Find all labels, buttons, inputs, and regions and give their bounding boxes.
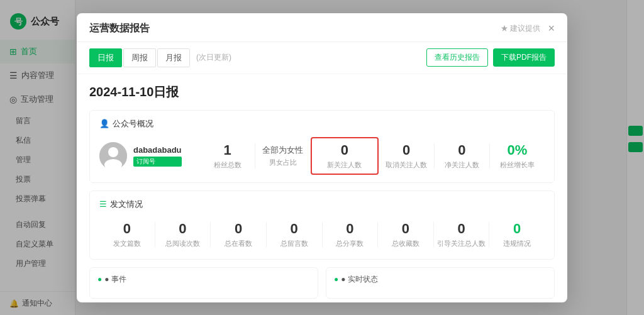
post-stat-referral: 0 引导关注总人数 xyxy=(434,221,489,248)
stat-gender: 全部为女性 男女占比 xyxy=(255,145,310,167)
events-card: ● ● 事件 xyxy=(89,267,318,299)
avatar xyxy=(99,142,127,170)
post-stat-violations-label: 违规情况 xyxy=(489,239,545,248)
stat-unfollow: 0 取消关注人数 xyxy=(379,142,434,170)
post-section: ☰ 发文情况 0 发文篇数 0 总阅读次数 0 xyxy=(89,191,555,260)
modal-suggest: ★ 建议提供 xyxy=(501,23,540,34)
stat-new-followers: 0 新关注人数 xyxy=(311,137,378,175)
stat-fans-total-value: 1 xyxy=(200,142,255,158)
account-details: dabadabadu 订阅号 xyxy=(133,145,182,167)
stat-unfollow-label: 取消关注人数 xyxy=(379,160,434,170)
account-row: dabadabadu 订阅号 1 粉丝总数 xyxy=(99,137,545,175)
modal-title: 运营数据报告 xyxy=(89,22,150,35)
tab-hint: (次日更新) xyxy=(196,52,231,63)
status-icon: ● xyxy=(334,275,338,284)
stat-unfollow-value: 0 xyxy=(379,142,434,158)
stat-fans-total: 1 粉丝总数 xyxy=(200,142,255,170)
modal-header-right: ★ 建议提供 × xyxy=(501,23,555,34)
account-name: dabadabadu xyxy=(133,145,182,155)
view-history-button[interactable]: 查看历史报告 xyxy=(426,48,488,67)
status-card: ● ● 实时状态 xyxy=(326,267,555,299)
post-stat-reads-value: 0 xyxy=(155,221,211,237)
post-stat-count-label: 发文篇数 xyxy=(99,239,155,248)
tab-monthly[interactable]: 月报 xyxy=(157,48,190,67)
post-stat-shares-label: 总分享数 xyxy=(323,239,378,248)
post-section-title: ☰ 发文情况 xyxy=(99,199,545,210)
post-stat-reads-label: 总阅读次数 xyxy=(155,239,211,248)
stat-new-followers-value: 0 xyxy=(317,142,372,158)
stat-growth-rate-label: 粉丝增长率 xyxy=(490,160,545,170)
bottom-cards: ● ● 事件 ● ● 实时状态 xyxy=(89,267,555,299)
account-info: dabadabadu 订阅号 xyxy=(99,142,187,170)
modal-header: 运营数据报告 ★ 建议提供 × xyxy=(77,13,567,42)
stat-gender-label: 男女占比 xyxy=(255,158,310,167)
events-icon: ● xyxy=(97,275,102,284)
post-stat-saves: 0 总收藏数 xyxy=(378,221,433,248)
stat-net-followers-value: 0 xyxy=(435,142,489,158)
stat-new-followers-label: 新关注人数 xyxy=(317,160,372,170)
post-stat-comments-value: 0 xyxy=(267,221,322,237)
account-section-title: 👤 公众号概况 xyxy=(99,118,545,130)
post-stat-saves-label: 总收藏数 xyxy=(378,239,433,248)
account-section: 👤 公众号概况 dabadab xyxy=(89,110,555,183)
post-section-icon: ☰ xyxy=(99,199,107,209)
stat-growth-rate-value: 0% xyxy=(490,142,545,158)
stat-growth-rate: 0% 粉丝增长率 xyxy=(490,142,545,170)
post-stat-referral-label: 引导关注总人数 xyxy=(434,239,489,248)
modal-toolbar: 日报 周报 月报 (次日更新) 查看历史报告 下载PDF报告 xyxy=(77,42,567,74)
post-stat-referral-value: 0 xyxy=(434,221,489,237)
post-stat-comments-label: 总留言数 xyxy=(267,239,322,248)
status-card-title: ● ● 实时状态 xyxy=(334,274,547,285)
post-stat-count-value: 0 xyxy=(99,221,155,237)
account-badge: 订阅号 xyxy=(133,157,182,167)
post-stat-violations: 0 违规情况 xyxy=(489,221,545,248)
tab-group: 日报 周报 月报 (次日更新) xyxy=(89,48,231,67)
report-date: 2024-11-10日报 xyxy=(89,84,555,101)
stat-net-followers: 0 净关注人数 xyxy=(435,142,489,170)
post-stat-shares: 0 总分享数 xyxy=(323,221,378,248)
modal-body: 2024-11-10日报 👤 公众号概况 xyxy=(77,74,567,302)
post-stat-views-value: 0 xyxy=(211,221,266,237)
account-section-icon: 👤 xyxy=(99,119,109,128)
stat-fans-total-label: 粉丝总数 xyxy=(200,160,255,170)
post-stats-row: 0 发文篇数 0 总阅读次数 0 总在看数 0 xyxy=(99,218,545,251)
post-stat-comments: 0 总留言数 xyxy=(267,221,322,248)
events-card-title: ● ● 事件 xyxy=(97,274,310,285)
post-stat-shares-value: 0 xyxy=(323,221,378,237)
tab-weekly[interactable]: 周报 xyxy=(123,48,156,67)
post-stat-count: 0 发文篇数 xyxy=(99,221,155,248)
post-stat-violations-value: 0 xyxy=(489,221,545,237)
svg-point-3 xyxy=(108,147,118,157)
post-stat-views-label: 总在看数 xyxy=(211,239,266,248)
post-stat-views: 0 总在看数 xyxy=(211,221,266,248)
report-modal: 运营数据报告 ★ 建议提供 × 日报 周报 月报 (次日更新) 查看历史报告 下… xyxy=(77,13,567,302)
download-pdf-button[interactable]: 下载PDF报告 xyxy=(493,48,555,67)
stat-gender-value: 全部为女性 xyxy=(255,145,310,156)
account-stats-row: 1 粉丝总数 全部为女性 男女占比 0 新关 xyxy=(200,137,545,175)
tab-daily[interactable]: 日报 xyxy=(89,48,122,67)
modal-overlay: 运营数据报告 ★ 建议提供 × 日报 周报 月报 (次日更新) 查看历史报告 下… xyxy=(0,0,644,315)
post-stat-reads: 0 总阅读次数 xyxy=(155,221,211,248)
stat-net-followers-label: 净关注人数 xyxy=(435,160,489,170)
modal-close-button[interactable]: × xyxy=(548,23,555,34)
toolbar-right: 查看历史报告 下载PDF报告 xyxy=(426,48,555,67)
post-stat-saves-value: 0 xyxy=(378,221,433,237)
